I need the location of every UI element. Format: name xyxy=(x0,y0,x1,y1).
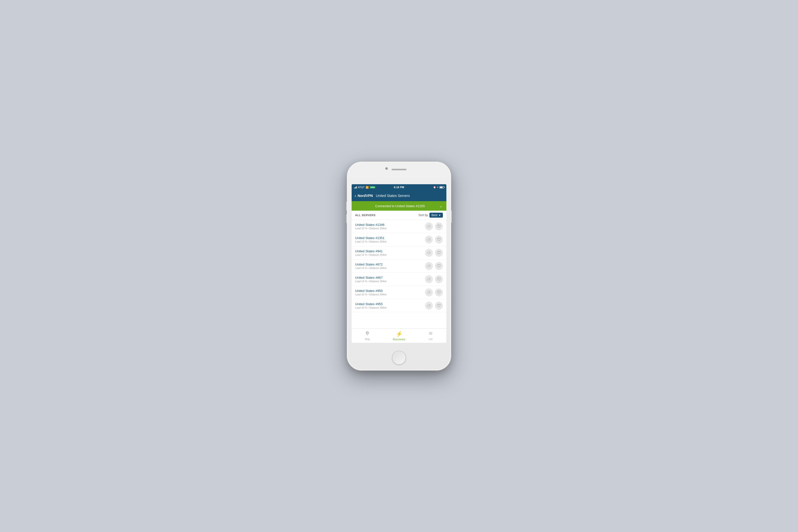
server-name: United States #1346 xyxy=(355,223,425,227)
tab-disconnect[interactable]: ⚡ Disconnect xyxy=(383,328,415,343)
nav-title: NordVPN United States Servers xyxy=(358,194,410,198)
server-actions xyxy=(425,262,443,270)
signal-bar-3 xyxy=(356,187,356,188)
signal-bars xyxy=(354,186,357,188)
wifi-icon: 📶 xyxy=(366,186,368,189)
server-info: United States #1351 Load 13 % • Distance… xyxy=(355,236,425,243)
alarm-icon: ⏰ xyxy=(433,186,436,188)
favorite-button[interactable] xyxy=(435,275,443,283)
phone-body: AT&T 📶 VPN 6:16 PM ⏰ ✴ ‹ xyxy=(347,161,451,371)
connection-status-text: Connected to United States #1255 xyxy=(361,204,439,208)
server-distance: Distance 284mi xyxy=(369,267,386,269)
volume-up-button[interactable] xyxy=(346,202,347,211)
vpn-badge: VPN xyxy=(369,186,375,188)
server-name: United States #941 xyxy=(355,249,425,253)
connect-button[interactable] xyxy=(425,249,433,257)
sort-by-label: Sort by xyxy=(418,213,428,217)
server-name: United States #955 xyxy=(355,302,425,306)
sort-dropdown[interactable]: Best ▼ xyxy=(430,213,443,217)
server-actions xyxy=(425,222,443,230)
signal-bar-4 xyxy=(356,186,357,188)
volume-down-button[interactable] xyxy=(346,214,347,223)
server-info: United States #1346 Load 10 % • Distance… xyxy=(355,223,425,230)
server-meta: Load 14 % • Distance 284mi xyxy=(355,253,425,256)
server-distance: Distance 284mi xyxy=(369,227,386,230)
server-item: United States #667 Load 14 % • Distance … xyxy=(352,273,446,286)
server-load: Load 14 % xyxy=(355,253,367,256)
power-button[interactable] xyxy=(451,210,452,223)
tab-map[interactable]: Map xyxy=(352,328,383,343)
status-bar: AT&T 📶 VPN 6:16 PM ⏰ ✴ xyxy=(352,184,446,190)
server-name: United States #1351 xyxy=(355,236,425,240)
home-button[interactable] xyxy=(392,351,406,365)
connect-button[interactable] xyxy=(425,302,433,310)
sort-area: Sort by Best ▼ xyxy=(418,213,443,217)
front-camera xyxy=(385,167,388,170)
server-item: United States #950 Load 16 % • Distance … xyxy=(352,286,446,299)
tab-disconnect-label: Disconnect xyxy=(393,338,405,341)
sort-value: Best xyxy=(432,213,437,217)
server-meta: Load 16 % • Distance 284mi xyxy=(355,293,425,296)
svg-point-14 xyxy=(366,332,368,334)
server-actions xyxy=(425,288,443,297)
connect-button[interactable] xyxy=(425,235,433,244)
server-distance: Distance 284mi xyxy=(369,280,386,283)
server-info: United States #667 Load 14 % • Distance … xyxy=(355,276,425,283)
tab-list[interactable]: List xyxy=(415,328,446,343)
server-distance: Distance 284mi xyxy=(369,306,386,309)
server-load: Load 14 % xyxy=(355,267,367,269)
signal-bar-2 xyxy=(355,187,355,188)
battery-fill xyxy=(440,187,443,188)
nav-page-title: United States Servers xyxy=(376,194,410,198)
tab-bar: Map ⚡ Disconnect xyxy=(352,328,446,343)
server-actions xyxy=(425,275,443,283)
earpiece-speaker xyxy=(392,169,406,170)
server-actions xyxy=(425,249,443,257)
sort-caret-icon: ▼ xyxy=(438,214,441,217)
server-name: United States #672 xyxy=(355,263,425,266)
connect-button[interactable] xyxy=(425,262,433,270)
tab-map-label: Map xyxy=(365,338,370,341)
server-info: United States #955 Load 16 % • Distance … xyxy=(355,302,425,309)
server-item: United States #672 Load 14 % • Distance … xyxy=(352,260,446,273)
lightning-icon: ⚡ xyxy=(396,331,402,337)
server-item: United States #941 Load 14 % • Distance … xyxy=(352,246,446,260)
server-load: Load 13 % xyxy=(355,240,367,243)
connection-banner[interactable]: Connected to United States #1255 ⌄ xyxy=(352,201,446,211)
server-actions xyxy=(425,235,443,244)
favorite-button[interactable] xyxy=(435,302,443,310)
back-button[interactable]: ‹ xyxy=(355,193,356,198)
connect-button[interactable] xyxy=(425,288,433,297)
server-meta: Load 14 % • Distance 284mi xyxy=(355,267,425,269)
chevron-down-icon[interactable]: ⌄ xyxy=(439,204,442,208)
server-load: Load 16 % xyxy=(355,306,367,309)
status-bar-left: AT&T 📶 VPN xyxy=(354,186,375,189)
favorite-button[interactable] xyxy=(435,288,443,297)
favorite-button[interactable] xyxy=(435,262,443,270)
map-icon xyxy=(365,331,370,337)
list-icon xyxy=(428,331,433,337)
carrier-label: AT&T xyxy=(358,186,365,189)
favorite-button[interactable] xyxy=(435,235,443,244)
server-info: United States #941 Load 14 % • Distance … xyxy=(355,249,425,256)
app-screen: AT&T 📶 VPN 6:16 PM ⏰ ✴ ‹ xyxy=(352,184,446,343)
server-meta: Load 13 % • Distance 284mi xyxy=(355,240,425,243)
server-item: United States #1346 Load 10 % • Distance… xyxy=(352,220,446,233)
phone-screen: AT&T 📶 VPN 6:16 PM ⏰ ✴ ‹ xyxy=(352,184,446,343)
server-item: United States #1351 Load 13 % • Distance… xyxy=(352,233,446,246)
favorite-button[interactable] xyxy=(435,249,443,257)
server-info: United States #672 Load 14 % • Distance … xyxy=(355,263,425,269)
status-bar-right: ⏰ ✴ xyxy=(433,186,444,188)
connect-button[interactable] xyxy=(425,222,433,230)
server-actions xyxy=(425,302,443,310)
navigation-bar: ‹ NordVPN United States Servers xyxy=(352,190,446,201)
signal-bar-1 xyxy=(354,188,355,188)
server-load: Load 14 % xyxy=(355,280,367,283)
server-meta: Load 16 % • Distance 284mi xyxy=(355,306,425,309)
phone-device: AT&T 📶 VPN 6:16 PM ⏰ ✴ ‹ xyxy=(347,161,451,371)
connect-button[interactable] xyxy=(425,275,433,283)
favorite-button[interactable] xyxy=(435,222,443,230)
app-name-label: NordVPN xyxy=(358,194,373,198)
status-time: 6:16 PM xyxy=(394,186,404,189)
server-list: United States #1346 Load 10 % • Distance… xyxy=(352,220,446,328)
